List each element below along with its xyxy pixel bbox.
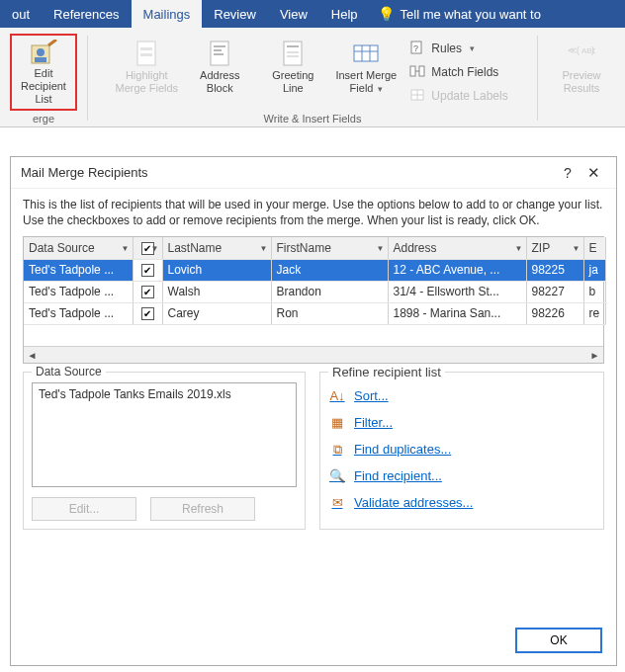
data-source-section: Data Source Ted's Tadpole Tanks Emails 2… — [23, 372, 306, 530]
find-duplicates-link[interactable]: ⧉Find duplicates... — [328, 436, 595, 462]
match-fields-button[interactable]: Match Fields — [405, 61, 511, 83]
svg-rect-2 — [35, 57, 46, 62]
col-firstname[interactable]: FirstName▼ — [271, 237, 388, 259]
sort-icon: A↓ — [328, 388, 346, 403]
validate-icon: ✉ — [328, 495, 346, 510]
ok-button[interactable]: OK — [515, 628, 602, 653]
tab-mailings[interactable]: Mailings — [132, 0, 203, 28]
update-icon — [409, 87, 425, 106]
ribbon-tabs: out References Mailings Review View Help… — [0, 0, 625, 28]
greeting-label: Greeting Line — [272, 69, 313, 95]
tab-references[interactable]: References — [42, 0, 131, 28]
ribbon: Edit Recipient List erge Highlight Merge… — [0, 28, 625, 127]
svg-rect-15 — [354, 45, 378, 61]
svg-rect-13 — [287, 51, 299, 53]
filter-link[interactable]: ▦Filter... — [328, 409, 595, 436]
chevron-down-icon: ▼ — [122, 243, 130, 252]
duplicates-icon: ⧉ — [328, 442, 346, 458]
filter-icon: ▦ — [328, 415, 346, 430]
grid-header-row: Data Source▼ ✔▼ LastName▼ FirstName▼ Add… — [24, 237, 605, 259]
data-source-item[interactable]: Ted's Tadpole Tanks Emails 2019.xls — [39, 387, 290, 401]
chevron-down-icon: ▼ — [573, 243, 580, 252]
svg-text:≪(: ≪( — [568, 45, 580, 55]
highlight-merge-fields-button[interactable]: Highlight Merge Fields — [113, 34, 180, 111]
svg-rect-5 — [140, 47, 152, 50]
col-check[interactable]: ✔▼ — [133, 237, 162, 259]
chevron-down-icon: ▼ — [260, 243, 268, 252]
tab-review[interactable]: Review — [202, 0, 268, 28]
update-label: Update Labels — [431, 89, 507, 103]
help-button[interactable]: ? — [555, 165, 580, 181]
edit-recipient-icon — [29, 40, 58, 67]
svg-rect-21 — [410, 66, 415, 76]
match-icon — [409, 63, 425, 82]
refine-section: Refine recipient list A↓Sort... ▦Filter.… — [319, 372, 604, 530]
table-icon — [352, 38, 380, 69]
rules-button[interactable]: ? Rules ▾ — [405, 38, 511, 59]
edit-recipient-label: Edit Recipient List — [14, 67, 73, 106]
sort-link[interactable]: A↓Sort... — [328, 382, 595, 409]
col-address[interactable]: Address▼ — [388, 237, 526, 259]
horizontal-scrollbar[interactable]: ◄ ► — [24, 346, 603, 363]
svg-rect-14 — [287, 55, 299, 57]
scroll-left-icon[interactable]: ◄ — [24, 350, 41, 361]
svg-rect-6 — [140, 53, 152, 56]
dialog-title: Mail Merge Recipients — [21, 165, 555, 180]
refresh-button[interactable]: Refresh — [150, 497, 255, 521]
data-source-label: Data Source — [32, 365, 106, 378]
scroll-right-icon[interactable]: ► — [586, 350, 603, 361]
preview-results-button[interactable]: ≪(ABQ) Preview Results — [548, 34, 615, 111]
close-button[interactable]: ✕ — [580, 164, 606, 182]
tell-me[interactable]: 💡 Tell me what you want to — [370, 6, 541, 22]
chevron-down-icon: ▾ — [375, 84, 383, 94]
col-lastname[interactable]: LastName▼ — [162, 237, 271, 259]
dialog-instructions: This is the list of recipients that will… — [23, 197, 604, 228]
chevron-down-icon: ▼ — [377, 243, 385, 252]
preview-icon: ≪(ABQ) — [568, 38, 595, 69]
col-zip[interactable]: ZIP▼ — [526, 237, 583, 259]
lightbulb-icon: 💡 — [378, 6, 395, 22]
row-checkbox[interactable]: ✔ — [141, 307, 154, 320]
chevron-down-icon: ▼ — [151, 243, 159, 252]
rules-icon: ? — [409, 40, 425, 58]
svg-rect-12 — [287, 45, 299, 47]
svg-rect-22 — [419, 66, 424, 76]
tab-help[interactable]: Help — [319, 0, 370, 28]
svg-point-1 — [37, 48, 45, 56]
preview-label: Preview Results — [562, 69, 600, 95]
greeting-line-button[interactable]: Greeting Line — [259, 34, 326, 111]
validate-addresses-link[interactable]: ✉Validate addresses... — [328, 489, 595, 516]
update-labels-button[interactable]: Update Labels — [405, 85, 511, 107]
page-icon — [134, 38, 158, 69]
insert-merge-field-button[interactable]: Insert Merge Field ▾ — [332, 34, 400, 111]
svg-line-3 — [48, 40, 56, 45]
dialog-titlebar: Mail Merge Recipients ? ✕ — [11, 157, 616, 189]
table-row[interactable]: Ted's Tadpole ... ✔ Lovich Jack 12 - ABC… — [24, 259, 605, 281]
tab-view[interactable]: View — [268, 0, 319, 28]
refine-label: Refine recipient list — [328, 365, 445, 379]
table-row[interactable]: Ted's Tadpole ... ✔ Walsh Brandon 31/4 -… — [24, 281, 605, 302]
search-icon: 🔍 — [328, 468, 346, 483]
edit-button[interactable]: Edit... — [32, 497, 136, 521]
insert-mf-label: Insert Merge Field ▾ — [335, 69, 397, 96]
mail-merge-recipients-dialog: Mail Merge Recipients ? ✕ This is the li… — [10, 156, 617, 666]
data-source-list[interactable]: Ted's Tadpole Tanks Emails 2019.xls — [32, 382, 297, 487]
page-icon — [281, 38, 305, 69]
group-label-merge: erge — [33, 113, 54, 125]
col-e[interactable]: E — [583, 237, 605, 259]
find-recipient-link[interactable]: 🔍Find recipient... — [328, 462, 595, 489]
edit-recipient-list-button[interactable]: Edit Recipient List — [10, 34, 77, 111]
group-label-write: Write & Insert Fields — [264, 113, 362, 125]
svg-text:?: ? — [413, 43, 418, 53]
tell-me-label: Tell me what you want to — [401, 7, 541, 22]
svg-rect-10 — [214, 53, 223, 55]
chevron-down-icon: ▾ — [470, 43, 475, 53]
rules-label: Rules — [431, 42, 462, 55]
table-row[interactable]: Ted's Tadpole ... ✔ Carey Ron 1898 - Mar… — [24, 302, 605, 324]
tab-layout[interactable]: out — [0, 0, 42, 28]
address-block-button[interactable]: Address Block — [186, 34, 253, 111]
match-label: Match Fields — [431, 65, 498, 79]
col-data-source[interactable]: Data Source▼ — [24, 237, 133, 259]
row-checkbox[interactable]: ✔ — [141, 264, 154, 277]
row-checkbox[interactable]: ✔ — [141, 286, 154, 298]
